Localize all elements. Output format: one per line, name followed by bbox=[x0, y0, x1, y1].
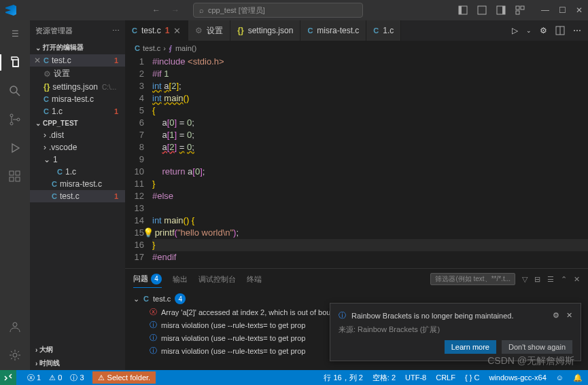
tab-label: 1.c bbox=[383, 26, 394, 35]
svg-rect-4 bbox=[502, 6, 505, 14]
close-icon[interactable]: ✕ bbox=[173, 26, 181, 36]
open-editor-item[interactable]: {}settings.jsonC:\... bbox=[30, 81, 125, 93]
account-icon[interactable] bbox=[7, 318, 23, 335]
tree-item[interactable]: Cmisra-test.c bbox=[30, 178, 125, 190]
editor-tab[interactable]: C1.c bbox=[366, 20, 401, 41]
outline-section[interactable]: › 大纲 bbox=[30, 343, 125, 356]
select-folder-warning[interactable]: ⚠ Select folder. bbox=[92, 371, 156, 384]
notification-source: 来源: Rainbow Brackets (扩展) bbox=[339, 325, 572, 335]
more-icon[interactable]: ⋯ bbox=[112, 26, 120, 35]
editor-tab[interactable]: ⚙设置 bbox=[188, 20, 230, 41]
gear-icon[interactable]: ⚙ bbox=[553, 311, 559, 320]
feedback-icon[interactable]: ☺ bbox=[556, 373, 564, 382]
status-encoding[interactable]: UTF-8 bbox=[405, 373, 426, 382]
filter-icon[interactable]: ▽ bbox=[522, 275, 528, 284]
status-compiler[interactable]: windows-gcc-x64 bbox=[489, 373, 546, 382]
open-editor-item[interactable]: ✕Ctest.c1 bbox=[30, 54, 125, 67]
close-panel-icon[interactable]: ✕ bbox=[574, 275, 580, 284]
tab-debug-console[interactable]: 调试控制台 bbox=[198, 272, 236, 287]
layout-left-icon[interactable] bbox=[458, 5, 468, 15]
editor-tab[interactable]: {}settings.json bbox=[230, 20, 300, 41]
status-warnings[interactable]: ⚠ 0 bbox=[49, 373, 62, 382]
breadcrumb[interactable]: C test.c › ⨐ main() bbox=[125, 41, 588, 56]
info-icon: ⓘ bbox=[150, 346, 157, 356]
svg-rect-17 bbox=[16, 171, 20, 175]
source-control-icon[interactable] bbox=[7, 111, 23, 128]
c-file-icon: C bbox=[135, 44, 140, 52]
sidebar: 资源管理器 ⋯ ⌄ 打开的编辑器 ✕Ctest.c1⚙设置{}settings.… bbox=[30, 20, 125, 370]
more-icon[interactable]: ⋯ bbox=[573, 26, 581, 35]
open-editors-section[interactable]: ⌄ 打开的编辑器 bbox=[30, 41, 125, 54]
panel-tabs: 问题 4 输出 调试控制台 终端 筛选器(例如 text、**/*.t... ▽… bbox=[125, 269, 588, 289]
open-editor-item[interactable]: Cmisra-test.c bbox=[30, 93, 125, 105]
tree-item[interactable]: ›.vscode bbox=[30, 141, 125, 153]
learn-more-button[interactable]: Learn more bbox=[445, 340, 496, 354]
explorer-icon[interactable] bbox=[0, 54, 30, 71]
close-icon[interactable]: ✕ bbox=[566, 311, 572, 320]
workspace-section[interactable]: ⌄ CPP_TEST bbox=[30, 117, 125, 129]
c-file-icon: C bbox=[52, 192, 57, 200]
lightbulb-icon[interactable]: 💡 bbox=[143, 227, 154, 239]
status-errors[interactable]: ⓧ 1 bbox=[27, 373, 41, 383]
open-editor-item[interactable]: C1.c1 bbox=[30, 105, 125, 117]
status-infos[interactable]: ⓘ 3 bbox=[70, 373, 84, 383]
tab-output[interactable]: 输出 bbox=[173, 272, 188, 287]
close-icon[interactable]: ✕ bbox=[34, 56, 41, 65]
layout-bottom-icon[interactable] bbox=[477, 5, 487, 15]
back-icon[interactable]: ← bbox=[152, 5, 160, 15]
command-center[interactable]: ⌕ cpp_test [管理员] bbox=[193, 3, 363, 18]
close-icon[interactable]: ✕ bbox=[576, 5, 583, 15]
status-spaces[interactable]: 空格: 2 bbox=[373, 373, 396, 383]
svg-point-11 bbox=[10, 122, 13, 125]
maximize-icon[interactable]: ☐ bbox=[559, 5, 566, 15]
editor-tab[interactable]: Ctest.c1✕ bbox=[125, 20, 188, 41]
settings-icon: ⚙ bbox=[44, 69, 51, 79]
maximize-panel-icon[interactable]: ⌃ bbox=[561, 275, 567, 284]
dont-show-button[interactable]: Don't show again bbox=[502, 340, 572, 354]
code-editor[interactable]: 1234567891011121314151617 #include <stdi… bbox=[125, 56, 588, 268]
menu-icon[interactable]: ☰ bbox=[7, 26, 23, 42]
timeline-section[interactable]: › 时间线 bbox=[30, 356, 125, 370]
bell-icon[interactable]: 🔔 bbox=[573, 373, 583, 382]
tab-label: settings.json bbox=[248, 26, 294, 35]
gear-icon[interactable]: ⚙ bbox=[540, 26, 547, 35]
tab-terminal[interactable]: 终端 bbox=[247, 272, 262, 287]
tree-item[interactable]: ⌄1 bbox=[30, 153, 125, 166]
extensions-icon[interactable] bbox=[7, 168, 23, 185]
remote-indicator[interactable] bbox=[0, 370, 16, 385]
settings-icon: ⚙ bbox=[195, 26, 203, 35]
tree-item[interactable]: Ctest.c1 bbox=[30, 190, 125, 202]
open-editor-item[interactable]: ⚙设置 bbox=[30, 67, 125, 81]
tab-actions: ▷ ⌄ ⚙ ⋯ bbox=[505, 20, 588, 41]
open-editors-list: ✕Ctest.c1⚙设置{}settings.jsonC:\...Cmisra-… bbox=[30, 54, 125, 117]
debug-icon[interactable] bbox=[7, 140, 23, 156]
view-mode-icon[interactable]: ☰ bbox=[547, 275, 554, 284]
svg-rect-15 bbox=[10, 177, 14, 181]
file-label: 1 bbox=[53, 155, 58, 164]
filter-input[interactable]: 筛选器(例如 text、**/*.t... bbox=[430, 273, 515, 285]
statusbar: ⓧ 1 ⚠ 0 ⓘ 3 ⚠ Select folder. 行 16，列 2 空格… bbox=[0, 370, 588, 385]
sidebar-header: 资源管理器 ⋯ bbox=[30, 20, 125, 41]
editor-tab[interactable]: Cmisra-test.c bbox=[300, 20, 366, 41]
forward-icon[interactable]: → bbox=[171, 5, 179, 15]
error-icon: ⓧ bbox=[150, 307, 157, 317]
tree-item[interactable]: C1.c bbox=[30, 166, 125, 178]
search-activity-icon[interactable] bbox=[7, 83, 23, 99]
tree-item[interactable]: ›.dist bbox=[30, 129, 125, 141]
run-dropdown-icon[interactable]: ⌄ bbox=[526, 27, 532, 34]
search-placeholder: cpp_test [管理员] bbox=[208, 5, 265, 16]
collapse-icon[interactable]: ⊟ bbox=[534, 275, 540, 284]
split-editor-icon[interactable] bbox=[555, 26, 565, 35]
layout-right-icon[interactable] bbox=[496, 5, 506, 15]
minimize-icon[interactable]: — bbox=[541, 5, 549, 15]
info-icon: ⓘ bbox=[150, 333, 157, 343]
run-icon[interactable]: ▷ bbox=[512, 26, 518, 35]
layout-custom-icon[interactable] bbox=[515, 5, 525, 15]
tab-problems[interactable]: 问题 4 bbox=[133, 271, 162, 288]
status-cursor[interactable]: 行 16，列 2 bbox=[324, 373, 362, 383]
status-eol[interactable]: CRLF bbox=[436, 373, 455, 382]
status-lang[interactable]: { } C bbox=[465, 373, 479, 382]
settings-gear-icon[interactable] bbox=[7, 347, 23, 363]
svg-point-18 bbox=[13, 323, 17, 327]
svg-point-12 bbox=[17, 118, 20, 121]
